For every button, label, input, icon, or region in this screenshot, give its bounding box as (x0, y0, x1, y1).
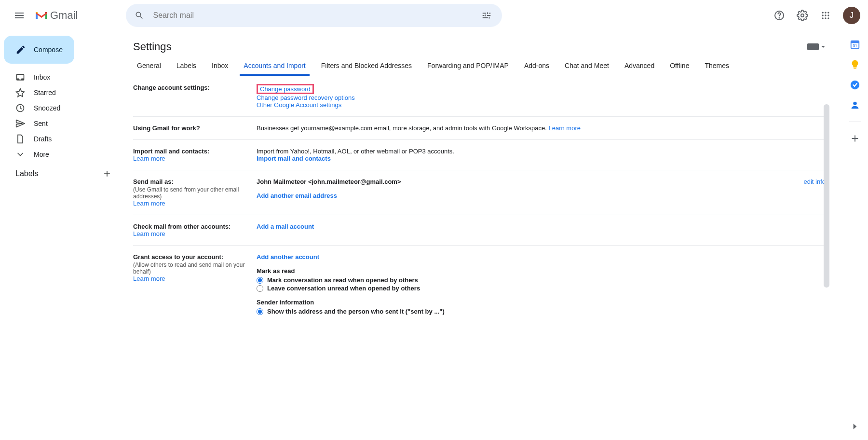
main-menu-button[interactable] (8, 4, 31, 27)
section-label: Check mail from other accounts: Learn mo… (133, 223, 257, 237)
search-bar (126, 4, 502, 27)
tasks-app-button[interactable] (849, 79, 861, 91)
sidebar: Compose InboxStarredSnoozedSentDraftsMor… (0, 31, 123, 440)
grant-learn-more-link[interactable]: Learn more (133, 275, 165, 282)
sidebar-item-label: Snoozed (34, 104, 60, 112)
work-learn-more-link[interactable]: Learn more (548, 124, 580, 132)
contacts-icon (850, 100, 860, 110)
section-label: Grant access to your account: (Allow oth… (133, 253, 257, 316)
apps-button[interactable] (816, 6, 835, 25)
svg-point-9 (825, 14, 826, 16)
tab-labels[interactable]: Labels (173, 57, 200, 76)
search-icon (135, 11, 144, 20)
sidebar-item-snoozed[interactable]: Snoozed (4, 100, 120, 116)
chevron-down-icon (15, 150, 25, 159)
keep-app-button[interactable] (849, 59, 861, 70)
sidebar-item-starred[interactable]: Starred (4, 85, 120, 100)
main-container: Compose InboxStarredSnoozedSentDraftsMor… (0, 31, 868, 440)
grant-subtext: (Allow others to read and send mail on y… (133, 261, 257, 275)
check-mail-label: Check mail from other accounts: (133, 223, 257, 230)
account-avatar[interactable]: J (843, 7, 860, 24)
add-mail-account-link[interactable]: Add a mail account (257, 223, 314, 230)
section-content: Import from Yahoo!, Hotmail, AOL, or oth… (257, 148, 826, 162)
sidebar-item-more[interactable]: More (4, 147, 120, 162)
sidebar-item-drafts[interactable]: Drafts (4, 131, 120, 147)
send-as-learn-more-link[interactable]: Learn more (133, 200, 165, 207)
svg-rect-18 (854, 68, 856, 69)
labels-header: Labels (4, 162, 120, 182)
section-grant-access: Grant access to your account: (Allow oth… (133, 246, 826, 324)
check-mail-learn-more-link[interactable]: Learn more (133, 230, 165, 237)
inbox-icon (15, 72, 25, 82)
header-right: J (770, 6, 860, 25)
grant-label: Grant access to your account: (133, 253, 257, 261)
section-content: Businesses get yourname@example.com emai… (257, 124, 826, 132)
import-text: Import from Yahoo!, Hotmail, AOL, or oth… (257, 148, 826, 155)
right-side-panel: 31 (841, 31, 868, 440)
tab-chat-and-meet[interactable]: Chat and Meet (561, 57, 613, 76)
tab-general[interactable]: General (133, 57, 165, 76)
add-app-button[interactable] (849, 133, 861, 144)
labels-header-text: Labels (15, 169, 38, 178)
svg-point-13 (827, 17, 829, 19)
svg-point-7 (827, 12, 829, 14)
section-label: Import mail and contacts: Learn more (133, 148, 257, 162)
section-change-account: Change account settings: Change password… (133, 76, 826, 117)
change-password-link[interactable]: Change password (260, 85, 311, 93)
tab-add-ons[interactable]: Add-ons (520, 57, 553, 76)
calendar-app-button[interactable]: 31 (849, 39, 861, 50)
section-import: Import mail and contacts: Learn more Imp… (133, 140, 826, 170)
input-tools-button[interactable] (807, 43, 826, 50)
sidebar-item-label: Drafts (34, 135, 52, 143)
file-icon (15, 134, 25, 144)
tab-advanced[interactable]: Advanced (621, 57, 658, 76)
sidebar-item-inbox[interactable]: Inbox (4, 69, 120, 85)
sender-option-1[interactable]: Show this address and the person who sen… (257, 308, 826, 315)
recovery-options-link[interactable]: Change password recovery options (257, 94, 355, 101)
compose-button[interactable]: Compose (4, 36, 74, 64)
mark-read-option-1[interactable]: Mark conversation as read when opened by… (257, 276, 826, 284)
svg-point-6 (825, 12, 826, 14)
sender-radio-1[interactable] (257, 308, 263, 315)
hamburger-icon (14, 10, 25, 21)
section-content: Add a mail account (257, 223, 826, 237)
search-options-button[interactable] (477, 6, 496, 25)
mark-read-option-2[interactable]: Leave conversation unread when opened by… (257, 285, 826, 292)
support-button[interactable] (770, 6, 789, 25)
dropdown-arrow-icon (821, 44, 826, 49)
add-label-button[interactable] (102, 169, 112, 179)
contacts-app-button[interactable] (849, 99, 861, 111)
tab-themes[interactable]: Themes (701, 57, 733, 76)
svg-point-20 (853, 102, 856, 105)
tab-offline[interactable]: Offline (666, 57, 693, 76)
scrollbar-track[interactable] (824, 104, 829, 440)
search-input[interactable] (149, 11, 477, 20)
tasks-icon (850, 80, 860, 90)
import-action-link[interactable]: Import mail and contacts (257, 155, 331, 162)
import-learn-more-link[interactable]: Learn more (133, 155, 165, 162)
send-icon (15, 119, 25, 128)
tab-accounts-and-import[interactable]: Accounts and Import (240, 57, 309, 76)
mark-read-radio-1[interactable] (257, 277, 263, 284)
mark-read-radio-2[interactable] (257, 285, 263, 292)
chevron-right-icon (850, 422, 860, 431)
add-account-link[interactable]: Add another account (257, 253, 319, 261)
settings-panel: Settings GeneralLabelsInboxAccounts and … (123, 32, 835, 440)
add-email-link[interactable]: Add another email address (257, 192, 337, 199)
tab-forwarding-and-pop-imap[interactable]: Forwarding and POP/IMAP (423, 57, 513, 76)
gmail-logo[interactable]: Gmail (35, 9, 78, 22)
other-settings-link[interactable]: Other Google Account settings (257, 101, 341, 109)
search-button[interactable] (130, 6, 149, 25)
section-send-as: Send mail as: (Use Gmail to send from yo… (133, 170, 826, 215)
send-as-identity: John Mailmeteor <john.mailmeteor@gmail.c… (257, 178, 401, 185)
scrollbar-thumb[interactable] (824, 104, 829, 288)
tab-inbox[interactable]: Inbox (208, 57, 232, 76)
edit-info-link[interactable]: edit info (803, 178, 826, 185)
gmail-logo-icon (35, 10, 48, 21)
tab-filters-and-blocked-addresses[interactable]: Filters and Blocked Addresses (317, 57, 416, 76)
sidebar-item-sent[interactable]: Sent (4, 116, 120, 131)
settings-button[interactable] (793, 6, 812, 25)
mark-read-title: Mark as read (257, 267, 826, 275)
section-content: Add another account Mark as read Mark co… (257, 253, 826, 316)
hide-panel-button[interactable] (849, 421, 861, 432)
